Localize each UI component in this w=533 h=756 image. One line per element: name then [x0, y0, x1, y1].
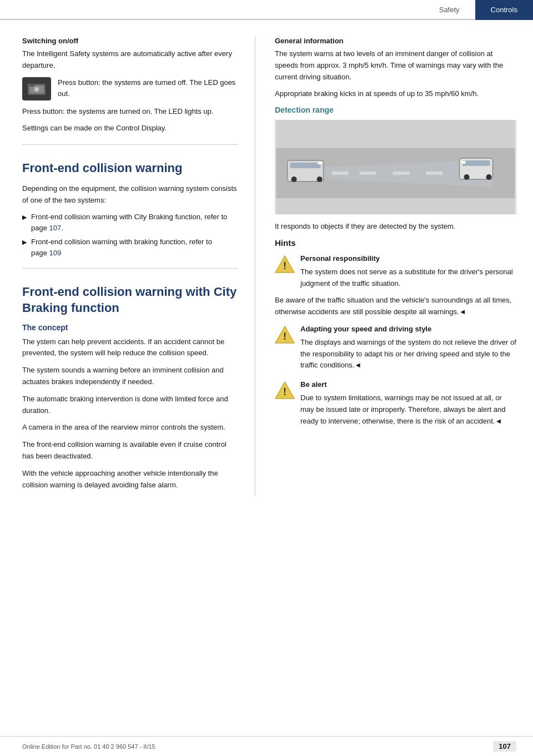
bullet-item-2: ▶ Front-end collision warning with braki…: [22, 236, 238, 258]
warn3-text: Due to system limitations, warnings may …: [300, 394, 505, 425]
right-column: General information The system warns at …: [255, 37, 533, 496]
page-content: Switching on/off The Intelligent Safety …: [0, 20, 533, 518]
bullet2-text: Front-end collision warning with braking…: [31, 236, 238, 258]
warning-box-3: ! Be alert Due to system limitations, wa…: [275, 379, 516, 427]
concept-heading: The concept: [22, 323, 238, 332]
switching-section: Switching on/off The Intelligent Safety …: [22, 37, 238, 134]
bullet-arrow-2: ▶: [22, 238, 27, 247]
warning-content-2: Adapting your speed and driving style Th…: [300, 324, 516, 371]
page-header: Safety Controls: [0, 0, 533, 20]
svg-text:!: !: [283, 386, 286, 397]
bullet1-text: Front-end collision warning with City Br…: [31, 211, 238, 233]
switching-heading: Switching on/off: [22, 37, 238, 45]
svg-rect-16: [461, 161, 466, 164]
warn1-title: Personal responsibility: [300, 253, 516, 265]
divider-1: [22, 144, 238, 145]
bullet2-link[interactable]: 109: [49, 249, 62, 257]
warning-box-2: ! Adapting your speed and driving style …: [275, 324, 516, 371]
hints-section: Hints ! Personal responsibility The syst…: [275, 238, 516, 427]
warning-icon-3: !: [275, 380, 295, 400]
switching-p3: Settings can be made on the Control Disp…: [22, 123, 238, 134]
page-footer: Online Edition for Part no. 01 40 2 960 …: [0, 736, 533, 756]
svg-rect-13: [462, 160, 490, 166]
warning-content-3: Be alert Due to system limitations, warn…: [300, 379, 516, 427]
warn1-extra: Be aware of the traffic situation and th…: [275, 295, 516, 318]
detection-svg: [275, 120, 516, 214]
bullet1-link[interactable]: 107: [49, 224, 62, 232]
svg-point-14: [464, 174, 470, 180]
front-heading: Front-end collision warning: [22, 160, 238, 177]
detection-section: Detection range: [275, 105, 516, 233]
warning-icon-1: !: [275, 254, 295, 274]
switching-p1: The Intelligent Safety systems are autom…: [22, 48, 238, 72]
general-heading: General information: [275, 37, 516, 45]
tab-safety[interactable]: Safety: [424, 0, 475, 20]
warning-icon-2: !: [275, 325, 295, 345]
concept-p3: The automatic braking intervention is do…: [22, 394, 238, 417]
svg-text:!: !: [283, 260, 286, 271]
tab-controls-label: Controls: [491, 6, 517, 14]
warn2-title: Adapting your speed and driving style: [300, 324, 516, 335]
left-column: Switching on/off The Intelligent Safety …: [0, 37, 255, 496]
concept-p6: With the vehicle approaching another veh…: [22, 468, 238, 491]
footer-text: Online Edition for Part no. 01 40 2 960 …: [22, 743, 155, 750]
icon-box-text: Press button: the systems are turned off…: [58, 77, 238, 100]
detection-caption: It responds to objects if they are detec…: [275, 221, 516, 233]
svg-text:!: !: [283, 331, 286, 342]
front-collision-section: Front-end collision warning Depending on…: [22, 160, 238, 258]
concept-p2: The system sounds a warning before an im…: [22, 365, 238, 388]
svg-rect-21: [318, 162, 323, 164]
tab-controls[interactable]: Controls: [475, 0, 533, 20]
warn2-text: The displays and warnings of the system …: [300, 338, 516, 370]
warn3-title: Be alert: [300, 379, 516, 391]
front-p1: Depending on the equipment, the collisio…: [22, 183, 238, 206]
tab-safety-label: Safety: [439, 6, 460, 14]
svg-point-15: [486, 174, 492, 180]
bullet-list: ▶ Front-end collision warning with City …: [22, 211, 238, 258]
svg-rect-18: [290, 163, 321, 168]
general-p2: Appropriate braking kicks in at speeds o…: [275, 88, 516, 100]
warn1-text: The system does not serve as a substitut…: [300, 268, 513, 288]
detection-heading: Detection range: [275, 105, 516, 114]
button-icon-svg: [27, 81, 47, 97]
concept-p4: A camera in the area of the rearview mir…: [22, 422, 238, 434]
svg-point-19: [291, 177, 297, 182]
detection-diagram: [275, 120, 516, 214]
general-section: General information The system warns at …: [275, 37, 516, 100]
bullet-item-1: ▶ Front-end collision warning with City …: [22, 211, 238, 233]
button-icon: [22, 77, 51, 100]
concept-p5: The front-end collision warning is avail…: [22, 439, 238, 462]
svg-point-3: [35, 88, 38, 91]
hints-heading: Hints: [275, 238, 516, 248]
general-p1: The system warns at two levels of an imm…: [275, 48, 516, 83]
bullet-arrow-1: ▶: [22, 213, 27, 222]
svg-point-20: [317, 177, 323, 182]
icon-box: Press button: the systems are turned off…: [22, 77, 238, 100]
footer-page: 107: [493, 741, 516, 752]
warning-box-1: ! Personal responsibility The system doe…: [275, 253, 516, 289]
warning-content-1: Personal responsibility The system does …: [300, 253, 516, 289]
city-braking-section: Front-end collision warning with City Br…: [22, 284, 238, 491]
city-heading: Front-end collision warning with City Br…: [22, 284, 238, 316]
concept-p1: The ystem can help prevent accidents. If…: [22, 336, 238, 360]
svg-rect-4: [30, 84, 34, 87]
header-tabs: Safety Controls: [424, 0, 533, 19]
switching-p2: Press button: the systems are turned on.…: [22, 106, 238, 118]
divider-2: [22, 268, 238, 269]
